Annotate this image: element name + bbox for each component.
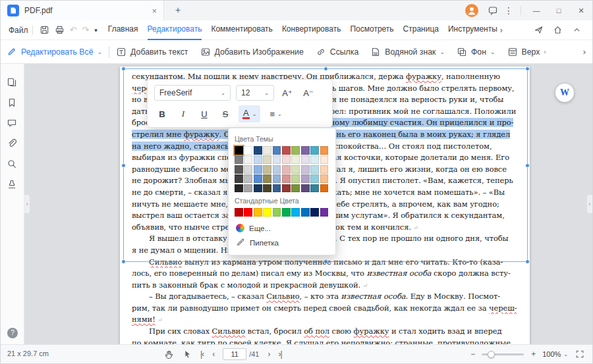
menu-item-4[interactable]: Посмотреть (350, 20, 393, 39)
theme-color-swatch[interactable] (263, 174, 271, 183)
standard-color-swatch[interactable] (244, 208, 252, 217)
selection-handle[interactable] (121, 163, 126, 168)
thumbnails-icon[interactable] (7, 77, 18, 88)
ribbon-item-0[interactable]: Добавить текст (116, 47, 188, 57)
standard-color-swatch[interactable] (310, 208, 319, 217)
font-family-select[interactable]: FreeSerif ⌄ (154, 85, 231, 101)
last-page-button[interactable]: ›| (278, 350, 281, 359)
theme-color-swatch[interactable] (273, 165, 281, 174)
theme-color-swatch[interactable] (244, 155, 252, 164)
file-menu[interactable]: Файл (9, 26, 28, 35)
theme-color-swatch[interactable] (291, 155, 300, 164)
increase-font-button[interactable]: A⁺ (279, 85, 295, 101)
collapse-toolbar-icon[interactable] (572, 25, 582, 35)
standard-color-swatch[interactable] (320, 208, 329, 217)
prev-page-button[interactable]: ‹ (212, 350, 214, 359)
standard-color-swatch[interactable] (273, 208, 281, 217)
theme-color-swatch[interactable] (282, 146, 291, 155)
theme-color-swatch[interactable] (282, 184, 291, 193)
print-icon[interactable] (55, 25, 65, 35)
standard-color-swatch[interactable] (254, 208, 262, 217)
stamps-icon[interactable] (7, 179, 18, 190)
save-icon[interactable] (40, 25, 49, 35)
standard-color-swatch[interactable] (263, 208, 271, 217)
theme-color-swatch[interactable] (301, 146, 310, 155)
strikethrough-button[interactable]: S (217, 106, 233, 122)
theme-color-swatch[interactable] (301, 155, 310, 164)
maximize-button[interactable]: □ (548, 1, 570, 20)
theme-color-swatch[interactable] (301, 184, 310, 193)
new-tab-button[interactable]: + (172, 5, 184, 16)
theme-color-swatch[interactable] (273, 184, 281, 193)
theme-color-swatch[interactable] (235, 155, 243, 164)
zoom-slider-thumb[interactable] (488, 351, 495, 358)
menu-item-0[interactable]: Главная (108, 20, 138, 39)
bold-button[interactable]: B (154, 106, 170, 122)
theme-color-swatch[interactable] (254, 165, 262, 174)
theme-color-swatch[interactable] (235, 184, 243, 193)
zoom-out-button[interactable]: − (470, 350, 474, 359)
attachments-icon[interactable] (7, 138, 18, 149)
home-icon[interactable] (553, 25, 563, 35)
zoom-in-button[interactable]: + (531, 350, 535, 359)
theme-color-swatch[interactable] (273, 146, 281, 155)
selection-handle[interactable] (525, 163, 530, 168)
ribbon-overflow-chevron-icon[interactable]: › (583, 47, 586, 57)
theme-color-swatch[interactable] (235, 146, 243, 155)
fit-page-icon[interactable] (575, 350, 584, 359)
theme-color-swatch[interactable] (235, 165, 243, 174)
select-tool-icon[interactable] (183, 350, 192, 359)
left-panel-toggle[interactable]: › (24, 194, 30, 214)
theme-color-swatch[interactable] (263, 146, 271, 155)
close-button[interactable]: ✕ (570, 1, 592, 20)
minimize-button[interactable]: — (525, 1, 548, 20)
ribbon-item-5[interactable]: Верх› (507, 47, 546, 57)
tab-close-icon[interactable]: × (152, 6, 157, 16)
theme-color-swatch[interactable] (320, 155, 329, 164)
right-panel-toggle[interactable]: ‹ (586, 194, 592, 214)
theme-color-swatch[interactable] (244, 165, 252, 174)
zoom-slider[interactable] (482, 353, 524, 355)
italic-button[interactable]: I (175, 106, 191, 122)
zoom-level-select[interactable]: 100% ⌄ (542, 350, 568, 358)
theme-color-swatch[interactable] (244, 146, 252, 155)
theme-color-swatch[interactable] (310, 155, 319, 164)
share-icon[interactable] (534, 25, 544, 35)
theme-color-swatch[interactable] (301, 174, 310, 183)
theme-color-swatch[interactable] (263, 165, 271, 174)
theme-color-swatch[interactable] (310, 146, 319, 155)
more-colors-item[interactable]: Еще... (235, 221, 329, 235)
theme-color-swatch[interactable] (320, 174, 329, 183)
alignment-button[interactable]: ≡ ⌄ (266, 106, 285, 122)
underline-button[interactable]: U (196, 106, 212, 122)
theme-color-swatch[interactable] (244, 174, 252, 183)
undo-icon[interactable]: ↶ (70, 25, 77, 35)
theme-color-swatch[interactable] (310, 174, 319, 183)
selection-handle[interactable] (121, 259, 126, 264)
ribbon-item-3[interactable]: Водяной знак⌄ (370, 47, 445, 57)
ribbon-item-2[interactable]: Ссылка (316, 47, 359, 57)
standard-color-swatch[interactable] (282, 208, 291, 217)
standard-color-swatch[interactable] (301, 208, 310, 217)
ribbon-item-4[interactable]: Фон⌄ (457, 47, 495, 57)
eyedropper-item[interactable]: Пипетка (235, 235, 329, 251)
page-number-input[interactable]: 11 (223, 348, 246, 360)
theme-color-swatch[interactable] (244, 184, 252, 193)
theme-color-swatch[interactable] (235, 174, 243, 183)
theme-color-swatch[interactable] (254, 155, 262, 164)
theme-color-swatch[interactable] (263, 155, 271, 164)
theme-color-swatch[interactable] (320, 184, 329, 193)
search-icon[interactable] (7, 159, 18, 170)
hand-tool-icon[interactable] (164, 350, 174, 359)
first-page-button[interactable]: |‹ (200, 350, 204, 359)
convert-to-word-button[interactable]: W (555, 84, 574, 102)
edit-all-button[interactable]: Редактировать Всё ⌄ (7, 46, 102, 58)
theme-color-swatch[interactable] (320, 146, 329, 155)
help-button[interactable]: ? (7, 328, 18, 338)
font-color-button[interactable]: A ⌄ (239, 105, 260, 122)
theme-color-swatch[interactable] (273, 155, 281, 164)
theme-color-swatch[interactable] (254, 184, 262, 193)
selection-handle[interactable] (525, 259, 530, 264)
menu-item-1[interactable]: Редактировать (148, 20, 202, 40)
next-page-button[interactable]: › (268, 350, 269, 359)
